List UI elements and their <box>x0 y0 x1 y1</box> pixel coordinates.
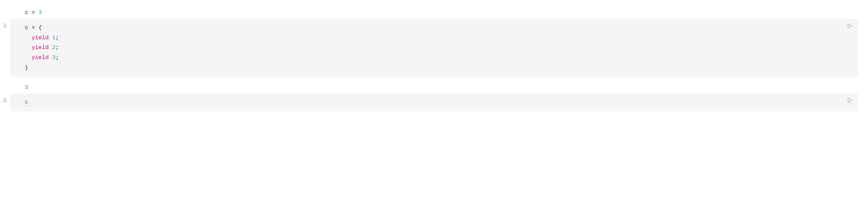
cell-editor[interactable]: c = { yield 1; yield 2; yield 3; } <box>10 19 858 77</box>
notebook-cell: 3 c <box>10 82 858 112</box>
pin-icon[interactable] <box>2 97 8 107</box>
cell-output: 3 <box>10 82 858 94</box>
code-content: c = { yield 1; yield 2; yield 3; } <box>25 23 841 73</box>
variable-reference-link[interactable]: c <box>25 99 28 106</box>
output-var: c <box>25 9 28 16</box>
output-value: 3 <box>38 9 42 16</box>
cell-output: c = 3 <box>10 7 858 19</box>
output-operator: = <box>28 9 38 16</box>
cell-editor[interactable]: c <box>10 93 858 111</box>
notebook-cell: c = 3 c = { yield 1; yield 2; yield 3; } <box>10 7 858 77</box>
run-button[interactable] <box>846 97 853 108</box>
code-content: c <box>25 97 841 107</box>
output-value: 3 <box>25 84 28 91</box>
pin-icon[interactable] <box>2 23 8 33</box>
run-button[interactable] <box>846 22 853 33</box>
